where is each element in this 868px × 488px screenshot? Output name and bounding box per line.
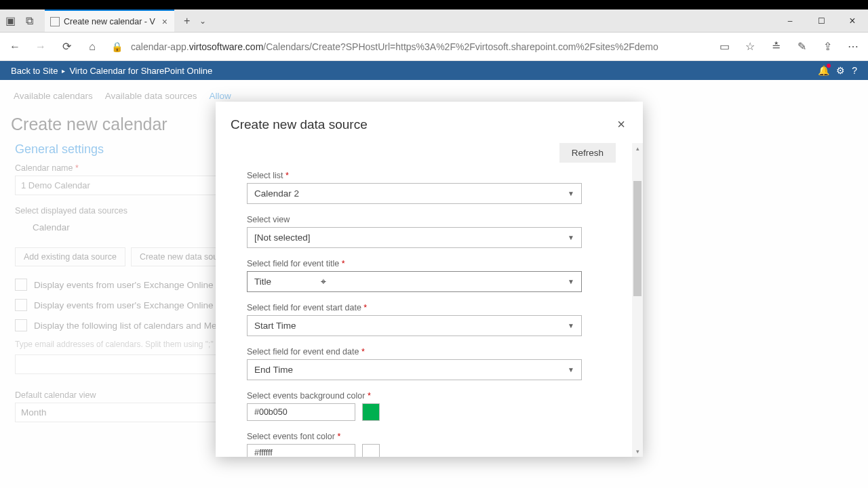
end-date-field-label: Select field for event end date * — [247, 347, 616, 357]
bg-color-swatch[interactable] — [362, 403, 380, 421]
breadcrumb-separator-icon: ▸ — [62, 67, 65, 75]
select-view-dropdown[interactable]: [Not selected] ▼ — [247, 227, 582, 248]
settings-gear-icon[interactable]: ⚙ — [836, 65, 845, 76]
bg-color-label: Select events background color * — [247, 391, 616, 401]
select-list-label: Select list * — [247, 171, 616, 180]
new-tab-button[interactable]: + — [184, 15, 190, 27]
breadcrumb: Back to Site ▸ Virto Calendar for ShareP… — [0, 61, 868, 80]
font-color-input[interactable] — [247, 444, 355, 457]
modal-scrollbar[interactable]: ▴ ▾ — [632, 143, 643, 457]
font-color-swatch[interactable] — [362, 444, 380, 457]
url-text-pre: calendar-app. — [131, 41, 189, 52]
window-close-button[interactable]: × — [837, 9, 868, 32]
end-date-dropdown[interactable]: End Time ▼ — [247, 359, 582, 380]
scroll-up-icon[interactable]: ▴ — [632, 143, 643, 154]
scroll-down-icon[interactable]: ▾ — [632, 446, 643, 457]
browser-address-bar: ← → ⟳ ⌂ 🔒 calendar-app.virtosoftware.com… — [0, 33, 868, 61]
forward-button[interactable]: → — [28, 35, 53, 59]
tab-favicon-icon — [50, 17, 60, 26]
tab-dropdown-icon[interactable]: ⌄ — [199, 16, 206, 26]
browser-tab[interactable]: Create new calendar - V × — [45, 9, 174, 32]
select-list-value: Calendar 2 — [254, 188, 299, 199]
select-view-label: Select view — [247, 215, 616, 224]
scroll-thumb[interactable] — [633, 181, 642, 296]
tab-close-button[interactable]: × — [162, 16, 167, 27]
reading-view-icon[interactable]: ▭ — [712, 35, 736, 59]
chevron-down-icon: ▼ — [568, 234, 574, 241]
more-icon[interactable]: ⋯ — [841, 35, 865, 59]
chevron-down-icon: ▼ — [568, 278, 574, 285]
url-text-domain: virtosoftware.com — [189, 41, 264, 52]
font-color-label: Select events font color * — [247, 432, 616, 441]
refresh-button[interactable]: ⟳ — [54, 35, 79, 59]
refresh-button[interactable]: Refresh — [559, 143, 616, 163]
tab-set-aside-icon[interactable]: ▣ — [4, 15, 16, 27]
back-button[interactable]: ← — [3, 35, 27, 59]
bg-color-input[interactable] — [247, 403, 355, 421]
select-list-dropdown[interactable]: Calendar 2 ▼ — [247, 183, 582, 204]
end-date-value: End Time — [254, 365, 293, 375]
event-title-field-label: Select field for event title * — [247, 259, 616, 268]
favorites-list-icon[interactable]: ≛ — [764, 35, 788, 59]
favorite-star-icon[interactable]: ☆ — [738, 35, 762, 59]
create-data-source-modal: Create new data source × Refresh Select … — [216, 102, 643, 457]
help-icon[interactable]: ? — [852, 65, 857, 76]
start-date-field-label: Select field for event start date * — [247, 303, 616, 312]
tab-title: Create new calendar - V — [64, 17, 155, 26]
modal-title: Create new data source — [231, 117, 368, 132]
event-title-value: Title — [254, 277, 271, 287]
breadcrumb-back-link[interactable]: Back to Site — [11, 66, 58, 76]
window-titlebar: ▣ ⧉ Create new calendar - V × + ⌄ – ☐ × — [0, 9, 868, 33]
start-date-dropdown[interactable]: Start Time ▼ — [247, 315, 582, 336]
chevron-down-icon: ▼ — [568, 322, 574, 329]
share-icon[interactable]: ⇪ — [815, 35, 840, 59]
notifications-icon[interactable]: 🔔 — [818, 65, 829, 76]
url-text-post: /Calendars/Create?SPHostUrl=https%3A%2F%… — [263, 41, 658, 52]
cursor-icon: ⌖ — [321, 276, 326, 287]
url-field[interactable]: 🔒 calendar-app.virtosoftware.com/Calenda… — [106, 41, 711, 52]
tabs-overview-icon[interactable]: ⧉ — [23, 15, 35, 27]
event-title-dropdown[interactable]: Title ▼ ⌖ — [247, 271, 582, 292]
chevron-down-icon: ▼ — [568, 190, 574, 197]
select-view-value: [Not selected] — [254, 232, 311, 243]
breadcrumb-app-name: Virto Calendar for SharePoint Online — [69, 66, 212, 76]
modal-close-button[interactable]: × — [614, 114, 628, 135]
lock-icon: 🔒 — [111, 41, 123, 52]
home-button[interactable]: ⌂ — [80, 35, 104, 59]
notes-icon[interactable]: ✎ — [789, 35, 814, 59]
window-maximize-button[interactable]: ☐ — [806, 9, 837, 32]
start-date-value: Start Time — [254, 321, 296, 331]
window-minimize-button[interactable]: – — [774, 9, 806, 32]
chevron-down-icon: ▼ — [568, 366, 574, 373]
